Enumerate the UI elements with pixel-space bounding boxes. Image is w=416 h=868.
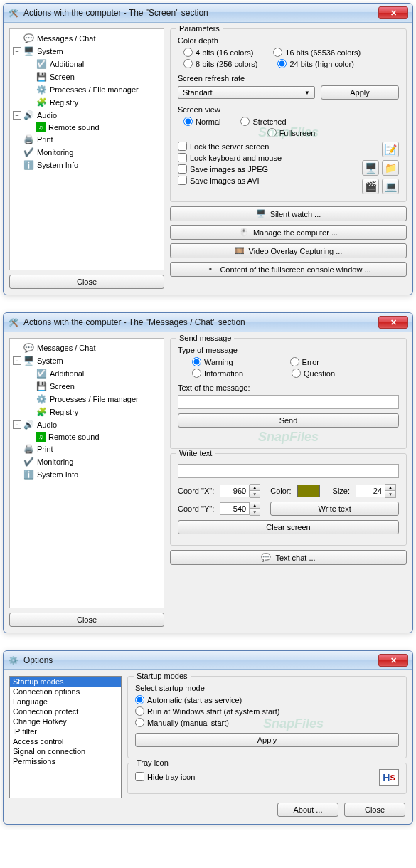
- list-item-signal[interactable]: Signal on connection: [10, 746, 121, 756]
- list-item-protect[interactable]: Connection protect: [10, 706, 121, 716]
- screen-icon-button[interactable]: 💻: [382, 179, 399, 194]
- window-close-button[interactable]: ✕: [378, 654, 408, 667]
- tree-item-processes[interactable]: ⚙️Processes / File manager: [11, 393, 162, 406]
- folder-icon-button[interactable]: 📁: [382, 160, 399, 176]
- video-overlay-button[interactable]: 🎞️Video Overlay Capturing ...: [170, 243, 407, 258]
- tree-item-registry[interactable]: 🧩Registry: [11, 406, 162, 418]
- send-button[interactable]: Send: [178, 413, 399, 428]
- radio-information[interactable]: Information: [192, 369, 243, 378]
- tree-item-system[interactable]: −🖥️System: [11, 45, 162, 58]
- coord-y-spinner[interactable]: ▲▼: [220, 502, 260, 516]
- tree-item-remote-sound[interactable]: ♫Remote sound: [11, 122, 162, 133]
- radio-winstart[interactable]: Run at Windows start (at system start): [135, 706, 399, 716]
- silent-watch-button[interactable]: 🖥️Silent watch ...: [170, 206, 407, 221]
- tree-item-registry[interactable]: 🧩Registry: [11, 96, 162, 109]
- radio-24bit[interactable]: 24 bits (high color): [277, 59, 354, 68]
- tree-item-messages[interactable]: 💬Messages / Chat: [11, 342, 162, 354]
- collapse-icon[interactable]: −: [13, 111, 21, 120]
- edit-icon-button[interactable]: 📝: [382, 142, 399, 157]
- window-messages-section: 🛠️ Actions with the computer - The "Mess…: [3, 312, 413, 633]
- tray-label: Tray icon: [134, 758, 171, 767]
- radio-question[interactable]: Question: [292, 369, 335, 378]
- size-spinner[interactable]: ▲▼: [356, 484, 396, 498]
- tree-item-additional[interactable]: ☑️Additional: [11, 367, 162, 380]
- text-chat-button[interactable]: 💬Text chat ...: [170, 550, 407, 565]
- tree-item-remote-sound[interactable]: ♫Remote sound: [11, 431, 162, 443]
- list-item-connection[interactable]: Connection options: [10, 687, 121, 697]
- radio-normal[interactable]: Normal: [183, 117, 220, 126]
- radio-warning[interactable]: Warning: [192, 357, 233, 366]
- refresh-combo[interactable]: Standart▼: [178, 86, 315, 99]
- collapse-icon[interactable]: −: [13, 420, 21, 429]
- radio-fullscreen[interactable]: Fullscreen: [267, 128, 316, 137]
- close-button[interactable]: Close: [344, 803, 405, 817]
- radio-manual[interactable]: Manually (manual start)SnapFiles: [135, 718, 399, 727]
- check-save-avi[interactable]: Save images as AVI: [178, 176, 282, 185]
- tree-item-audio[interactable]: −🔊Audio: [11, 109, 162, 122]
- clear-screen-button[interactable]: Clear screen: [178, 520, 399, 534]
- spinner-up-icon[interactable]: ▲: [250, 485, 260, 491]
- collapse-icon[interactable]: −: [13, 356, 21, 365]
- radio-stretched[interactable]: Stretched: [240, 117, 286, 126]
- radio-automatic[interactable]: Automatic (start as service): [135, 695, 399, 704]
- close-button[interactable]: Close: [9, 275, 164, 289]
- spinner-up-icon[interactable]: ▲: [385, 485, 395, 491]
- apply-button[interactable]: Apply: [321, 85, 399, 100]
- manage-computer-button[interactable]: 🖱️Manage the computer ...: [170, 225, 407, 240]
- message-text-input[interactable]: [178, 395, 399, 409]
- tree-item-messages[interactable]: 💬Messages / Chat: [11, 32, 162, 45]
- radio-8bit[interactable]: 8 bits (256 colors): [183, 59, 257, 68]
- write-text-button[interactable]: Write text: [270, 502, 399, 516]
- tree-item-monitoring[interactable]: ✔️Monitoring: [11, 455, 162, 468]
- nav-tree[interactable]: 💬Messages / Chat −🖥️System ☑️Additional …: [9, 338, 164, 608]
- tree-item-system[interactable]: −🖥️System: [11, 354, 162, 367]
- color-picker[interactable]: [297, 485, 320, 497]
- radio-16bit[interactable]: 16 bits (65536 colors): [273, 48, 361, 57]
- check-lock-screen[interactable]: Lock the server screen: [178, 142, 282, 151]
- spinner-down-icon[interactable]: ▼: [385, 491, 395, 497]
- console-content-button[interactable]: ▪️Content of the fullscreen console wind…: [170, 262, 407, 277]
- gears-icon: ⚙️: [36, 393, 47, 405]
- nav-tree[interactable]: 💬Messages / Chat −🖥️System ☑️Additional …: [9, 28, 164, 270]
- check-hide-tray[interactable]: Hide tray icon: [135, 772, 195, 781]
- display-icon-button[interactable]: 🖥️: [362, 160, 379, 176]
- coord-y-label: Coord "Y":: [178, 504, 214, 513]
- list-item-access[interactable]: Access control: [10, 736, 121, 746]
- close-button[interactable]: Close: [9, 613, 164, 627]
- about-button[interactable]: About ...: [277, 803, 338, 817]
- write-text-input[interactable]: [178, 464, 399, 478]
- coord-x-spinner[interactable]: ▲▼: [220, 484, 260, 498]
- tree-item-system-info[interactable]: ℹ️System Info: [11, 468, 162, 481]
- spinner-up-icon[interactable]: ▲: [250, 502, 260, 509]
- list-item-ipfilter[interactable]: IP filter: [10, 726, 121, 736]
- tree-item-additional[interactable]: ☑️Additional: [11, 58, 162, 70]
- window-close-button[interactable]: ✕: [378, 316, 408, 329]
- text-label: Text of the message:: [178, 383, 399, 392]
- tree-item-print[interactable]: 🖨️Print: [11, 443, 162, 455]
- list-item-language[interactable]: Language: [10, 697, 121, 706]
- tree-item-monitoring[interactable]: ✔️Monitoring: [11, 146, 162, 159]
- options-listbox[interactable]: Startup modes Connection options Languag…: [9, 676, 122, 798]
- audio-icon: 🔊: [23, 419, 34, 430]
- tree-item-screen[interactable]: 💾Screen: [11, 70, 162, 83]
- apply-button[interactable]: Apply: [135, 733, 399, 747]
- tree-item-processes[interactable]: ⚙️Processes / File manager: [11, 83, 162, 96]
- list-item-hotkey[interactable]: Change Hotkey: [10, 716, 121, 726]
- window-close-button[interactable]: ✕: [378, 6, 408, 19]
- tree-item-audio[interactable]: −🔊Audio: [11, 418, 162, 431]
- check-save-jpeg[interactable]: Save images as JPEG: [178, 164, 282, 174]
- registry-icon: 🧩: [36, 406, 47, 418]
- tree-item-print[interactable]: 🖨️Print: [11, 133, 162, 146]
- spinner-down-icon[interactable]: ▼: [250, 509, 260, 515]
- send-message-group: Send message Type of message Warning Err…: [170, 338, 407, 449]
- check-lock-kbd[interactable]: Lock keyboard and mouse: [178, 153, 282, 162]
- collapse-icon[interactable]: −: [13, 47, 21, 55]
- spinner-down-icon[interactable]: ▼: [250, 491, 260, 497]
- list-item-permissions[interactable]: Permissions: [10, 756, 121, 766]
- film-icon-button[interactable]: 🎬: [362, 179, 379, 194]
- tree-item-system-info[interactable]: ℹ️System Info: [11, 159, 162, 171]
- list-item-startup[interactable]: Startup modes: [10, 677, 121, 687]
- radio-4bit[interactable]: 4 bits (16 colors): [183, 48, 253, 57]
- radio-error[interactable]: Error: [290, 357, 319, 366]
- tree-item-screen[interactable]: 💾Screen: [11, 380, 162, 393]
